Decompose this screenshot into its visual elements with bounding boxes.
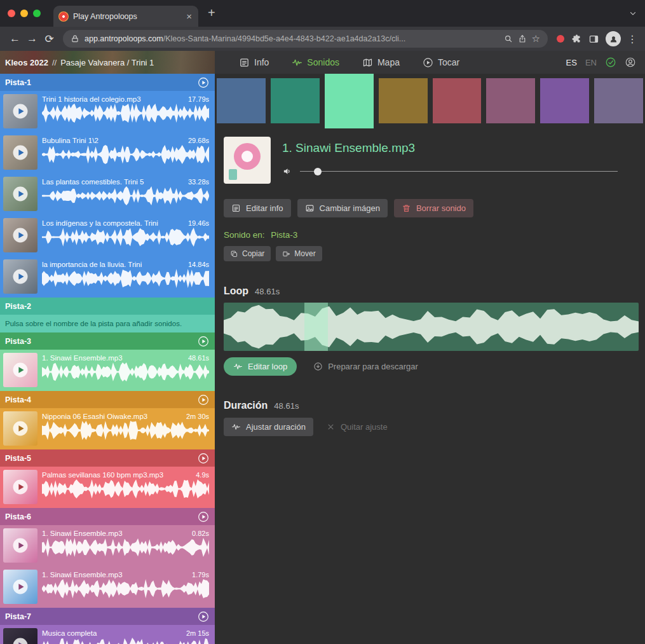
volume-slider[interactable]: [300, 167, 618, 176]
address-bar[interactable]: app.antropoloops.com/Kleos-Santa-Marina/…: [63, 30, 548, 48]
sound-item-waveform[interactable]: [42, 145, 209, 164]
loop-waveform[interactable]: [224, 303, 639, 351]
color-swatch-7[interactable]: [540, 78, 589, 123]
sound-image[interactable]: [224, 137, 271, 184]
track-play-button[interactable]: [198, 77, 209, 88]
share-icon[interactable]: [518, 34, 527, 43]
sound-item[interactable]: 1. Sinawi Ensemble.mp30.82s: [0, 525, 215, 566]
tab-tocar[interactable]: Tocar: [423, 57, 459, 68]
tab-info[interactable]: Info: [239, 57, 269, 68]
sound-thumbnail[interactable]: [3, 470, 37, 504]
play-overlay-icon[interactable]: [12, 268, 29, 285]
extensions-puzzle-icon[interactable]: [571, 34, 582, 45]
change-image-button[interactable]: Cambiar imágen: [297, 199, 388, 217]
track-play-button[interactable]: [198, 453, 209, 464]
play-overlay-icon[interactable]: [12, 362, 29, 378]
adjust-duration-button[interactable]: Ajustar duración: [224, 418, 313, 436]
tab-close-icon[interactable]: ×: [185, 11, 193, 22]
sound-thumbnail[interactable]: [3, 570, 37, 604]
track-play-button[interactable]: [198, 511, 209, 523]
sound-item-waveform[interactable]: [42, 421, 209, 440]
sound-thumbnail[interactable]: [3, 628, 37, 644]
sound-thumbnail[interactable]: [3, 218, 37, 252]
track-header-pista-7[interactable]: Pista-7: [0, 608, 215, 625]
sound-item-waveform[interactable]: [42, 479, 209, 498]
sound-thumbnail[interactable]: [3, 411, 37, 446]
browser-tab[interactable]: Play Antropoloops ×: [53, 6, 198, 27]
tab-sonidos[interactable]: Sonidos: [292, 57, 339, 68]
sound-item[interactable]: la importancia de la lluvia. Trini14.84s: [0, 256, 215, 298]
close-window-button[interactable]: [8, 10, 15, 17]
sound-thumbnail[interactable]: [3, 135, 37, 170]
color-swatch-8[interactable]: [594, 78, 643, 123]
zoom-window-button[interactable]: [33, 10, 41, 17]
edit-loop-button[interactable]: Editar loop: [224, 357, 297, 376]
sound-item[interactable]: Musica completa2m 15s: [0, 625, 215, 644]
lang-es[interactable]: ES: [566, 58, 577, 67]
sound-thumbnail[interactable]: [3, 353, 37, 387]
bookmark-star-icon[interactable]: ☆: [532, 33, 540, 45]
play-overlay-icon[interactable]: [12, 420, 29, 437]
play-overlay-icon[interactable]: [12, 537, 29, 554]
sound-item[interactable]: Bubulina Trini 1\229.68s: [0, 132, 215, 174]
color-swatch-2[interactable]: [271, 78, 320, 123]
sound-item[interactable]: 1. Sinawi Ensemble.mp348.61s: [0, 350, 215, 391]
sound-item[interactable]: Nipponia 06 Esashi Oiwake.mp32m 30s: [0, 408, 215, 449]
sound-thumbnail[interactable]: [3, 94, 37, 128]
sound-item-waveform[interactable]: [42, 362, 209, 381]
profile-avatar[interactable]: [606, 31, 621, 46]
track-play-button[interactable]: [198, 611, 209, 622]
color-swatch-3[interactable]: [325, 74, 374, 128]
delete-sound-button[interactable]: Borrar sonido: [394, 199, 473, 217]
sound-item-waveform[interactable]: [42, 186, 209, 205]
sound-item-waveform[interactable]: [42, 104, 209, 123]
sound-item-waveform[interactable]: [42, 638, 209, 644]
tab-search-chevron-icon[interactable]: [628, 9, 637, 18]
play-overlay-icon[interactable]: [12, 579, 29, 595]
reload-button[interactable]: ⟳: [41, 32, 58, 46]
sound-item-waveform[interactable]: [42, 579, 209, 598]
color-swatch-6[interactable]: [486, 78, 535, 123]
color-swatch-5[interactable]: [433, 78, 482, 123]
account-icon[interactable]: [625, 57, 636, 68]
track-header-pista-1[interactable]: Pista-1: [0, 74, 215, 91]
track-header-pista-3[interactable]: Pista-3: [0, 332, 215, 350]
move-button[interactable]: Mover: [276, 246, 322, 261]
loop-selection[interactable]: [304, 303, 328, 351]
play-overlay-icon[interactable]: [12, 227, 29, 243]
lang-en[interactable]: EN: [585, 58, 597, 67]
sound-item[interactable]: 1. Sinawi Ensemble.mp31.79s: [0, 566, 215, 608]
minimize-window-button[interactable]: [20, 10, 28, 17]
color-swatch-4[interactable]: [379, 78, 428, 123]
edit-info-button[interactable]: Editar info: [224, 199, 291, 217]
play-overlay-icon[interactable]: [12, 479, 29, 495]
tab-mapa[interactable]: Mapa: [362, 57, 400, 68]
sound-item[interactable]: Los indígenas y la compostela. Trini19.4…: [0, 215, 215, 256]
sound-thumbnail[interactable]: [3, 259, 37, 294]
sound-item-waveform[interactable]: [42, 538, 209, 557]
track-play-button[interactable]: [198, 336, 209, 347]
prepare-download-button[interactable]: Preparar para descargar: [306, 357, 426, 376]
zoom-icon[interactable]: [504, 34, 513, 43]
sound-item[interactable]: Palmas sevillanas 160 bpm mp3.mp34.9s: [0, 467, 215, 508]
sound-item-waveform[interactable]: [42, 269, 209, 288]
track-header-pista-2[interactable]: Pista-2: [0, 298, 215, 315]
side-panel-icon[interactable]: [588, 34, 599, 45]
track-header-pista-5[interactable]: Pista-5: [0, 449, 215, 467]
forward-button[interactable]: →: [24, 32, 41, 45]
clear-adjust-button[interactable]: Quitar ajuste: [318, 418, 395, 436]
breadcrumb[interactable]: Kleos 2022 // Pasaje Valvanera / Trini 1: [0, 51, 215, 74]
breadcrumb-project[interactable]: Kleos 2022: [5, 58, 48, 67]
sound-thumbnail[interactable]: [3, 528, 37, 563]
play-overlay-icon[interactable]: [12, 186, 29, 202]
new-tab-button[interactable]: +: [208, 6, 215, 20]
play-overlay-icon[interactable]: [12, 144, 29, 161]
color-swatch-1[interactable]: [217, 78, 266, 123]
play-overlay-icon[interactable]: [12, 103, 29, 120]
track-header-pista-6[interactable]: Pista-6: [0, 508, 215, 525]
copy-button[interactable]: Copiar: [224, 246, 271, 261]
play-overlay-icon[interactable]: [12, 637, 29, 644]
track-play-button[interactable]: [198, 394, 209, 406]
volume-slider-thumb[interactable]: [314, 168, 322, 175]
sound-item-waveform[interactable]: [42, 228, 209, 247]
